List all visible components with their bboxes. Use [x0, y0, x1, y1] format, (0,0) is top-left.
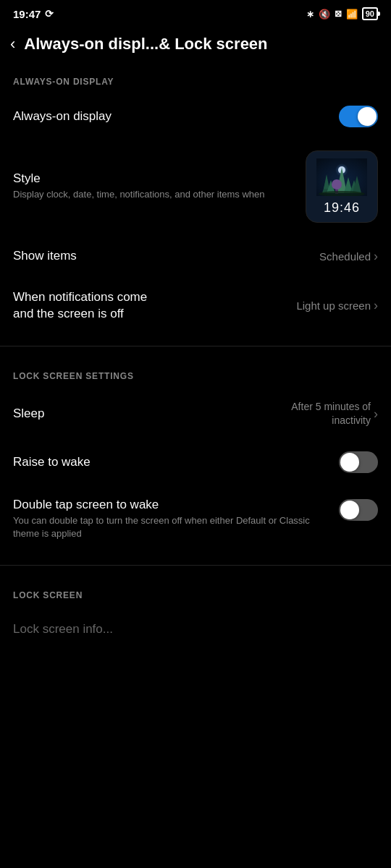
svg-point-7: [332, 179, 342, 190]
style-subtitle: Display clock, date, time, notifications…: [13, 188, 294, 201]
notifications-chevron: ›: [374, 298, 378, 313]
status-time: 19:47: [13, 8, 41, 20]
wifi-icon: 📶: [346, 9, 358, 20]
notifications-screen-off-row[interactable]: When notifications comeand the screen is…: [0, 278, 391, 334]
show-items-value: Scheduled: [319, 250, 371, 263]
always-on-display-section: ALWAYS-ON DISPLAY Always-on display Styl…: [0, 64, 391, 334]
lock-screen-settings-section-label: LOCK SCREEN SETTINGS: [0, 358, 391, 388]
always-on-display-toggle[interactable]: [339, 106, 378, 127]
page-title: Always-on displ...& Lock screen: [24, 35, 267, 54]
show-items-chevron: ›: [374, 249, 378, 264]
section-divider-2: [0, 565, 391, 566]
raise-to-wake-toggle[interactable]: [339, 451, 378, 473]
sleep-title: Sleep: [13, 407, 284, 421]
battery-x-icon: ⊠: [335, 9, 342, 19]
double-tap-wake-title: Double tap screen to wake: [13, 498, 332, 512]
battery-icon: 90: [362, 7, 378, 20]
bluetooth-icon: ∗: [306, 9, 314, 20]
always-on-display-section-label: ALWAYS-ON DISPLAY: [0, 64, 391, 94]
section-divider-1: [0, 346, 391, 346]
lock-screen-section-label: LOCK SCREEN: [0, 577, 391, 608]
page-header: ‹ Always-on displ...& Lock screen: [0, 25, 391, 64]
notifications-screen-off-title: When notifications comeand the screen is…: [13, 289, 289, 323]
show-items-title: Show items: [13, 249, 312, 263]
lock-screen-info-title: Lock screen info...: [13, 622, 371, 637]
double-tap-wake-subtitle: You can double tap to turn the screen of…: [13, 514, 332, 540]
double-tap-wake-row[interactable]: Double tap screen to wake You can double…: [0, 485, 391, 553]
notifications-value: Light up screen: [296, 299, 371, 312]
double-tap-wake-toggle[interactable]: [339, 499, 378, 521]
status-left: 19:47 ⟳: [13, 8, 54, 20]
raise-to-wake-row[interactable]: Raise to wake: [0, 440, 391, 485]
sleep-value: After 5 minutes ofinactivity: [291, 400, 371, 428]
status-right: ∗ 🔇 ⊠ 📶 90: [306, 7, 378, 20]
style-title: Style: [13, 171, 294, 186]
always-on-display-row[interactable]: Always-on display: [0, 94, 391, 139]
forest-preview-svg: [316, 158, 367, 196]
back-button[interactable]: ‹: [10, 35, 15, 54]
lock-screen-info-row[interactable]: Lock screen info...: [0, 608, 391, 651]
mute-icon: 🔇: [319, 9, 330, 20]
sleep-chevron: ›: [374, 407, 378, 422]
status-bar: 19:47 ⟳ ∗ 🔇 ⊠ 📶 90: [0, 0, 391, 25]
style-preview-time: 19:46: [324, 200, 360, 216]
style-row[interactable]: Style Display clock, date, time, notific…: [0, 139, 391, 234]
lock-screen-settings-section: LOCK SCREEN SETTINGS Sleep After 5 minut…: [0, 358, 391, 554]
sleep-row[interactable]: Sleep After 5 minutes ofinactivity ›: [0, 388, 391, 440]
messenger-icon: ⟳: [45, 8, 54, 20]
lock-screen-section: LOCK SCREEN Lock screen info...: [0, 577, 391, 651]
always-on-display-title: Always-on display: [13, 109, 332, 124]
style-preview: 19:46: [306, 150, 378, 223]
raise-to-wake-title: Raise to wake: [13, 455, 332, 469]
show-items-row[interactable]: Show items Scheduled ›: [0, 234, 391, 278]
